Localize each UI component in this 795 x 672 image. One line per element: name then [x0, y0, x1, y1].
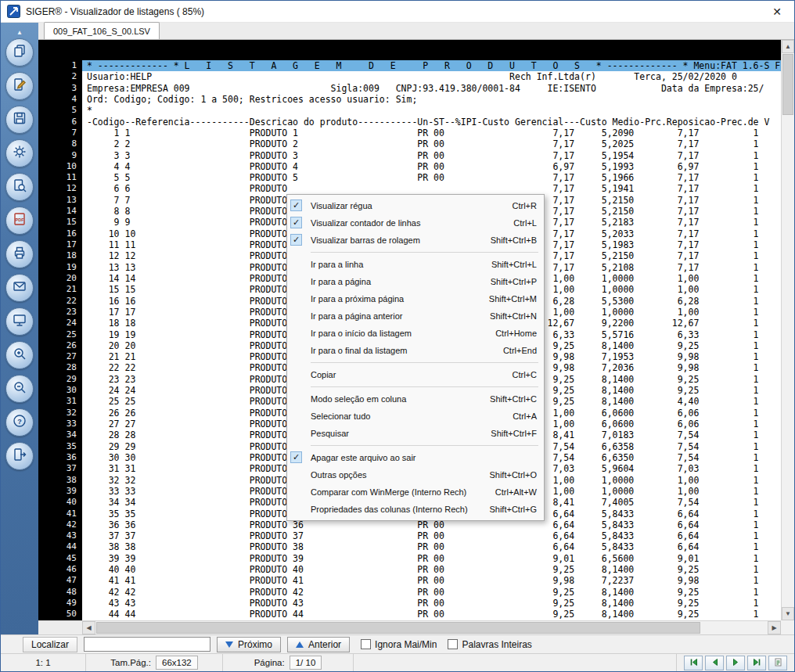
horizontal-scroll-thumb[interactable] — [96, 622, 700, 634]
line-number: 25 — [38, 329, 77, 340]
page-size-segment: Tam.Pág.: 66x132 — [86, 654, 223, 671]
preview-icon — [12, 178, 27, 196]
prev-page-button[interactable] — [705, 656, 724, 670]
menu-item[interactable]: Ir para a páginaShift+Ctrl+P — [287, 273, 544, 290]
find-label: Localizar — [23, 637, 77, 652]
line-number: 45 — [38, 553, 77, 564]
menu-item[interactable]: PesquisarShift+Ctrl+F — [287, 425, 544, 442]
menu-item[interactable]: ✓Visualizar réguaCtrl+R — [287, 197, 544, 214]
menu-item[interactable]: ✓Apagar este arquivo ao sair — [287, 449, 544, 466]
exit-icon — [12, 447, 27, 465]
help-icon: ? — [12, 413, 27, 432]
menu-item-shortcut: Shift+Ctrl+M — [477, 294, 537, 304]
line-number: 2 — [38, 71, 77, 82]
menu-item[interactable]: Modo seleção em colunaShift+Ctrl+C — [287, 390, 544, 408]
find-input[interactable] — [84, 637, 210, 652]
toolbar-scroll-up-icon[interactable]: ▲ — [1, 26, 38, 38]
menu-item[interactable]: Ir para o final da listagemCtrl+End — [287, 342, 544, 359]
print-button[interactable] — [5, 240, 34, 268]
line-number: 17 — [38, 239, 77, 250]
vertical-scroll-thumb[interactable] — [782, 54, 793, 115]
listing-line: 4 4 PRODUTO 4 PR 00 6,97 5,1993 6,97 1 — [87, 161, 781, 172]
exit-button[interactable] — [5, 442, 34, 470]
find-prev-button[interactable]: Anterior — [287, 637, 350, 652]
preview-button[interactable] — [5, 173, 34, 201]
screen-button[interactable] — [5, 307, 34, 336]
listing-line: Ord: Codigo; Codigo: 1 a 500; Restricoes… — [87, 94, 781, 105]
settings-button[interactable] — [5, 139, 34, 167]
find-next-button[interactable]: Próximo — [217, 637, 281, 652]
vertical-scrollbar[interactable]: ▲ ▼ — [781, 40, 794, 620]
line-number: 36 — [38, 452, 77, 463]
check-icon: ✓ — [290, 217, 302, 228]
menu-item[interactable]: Ir para a linhaShift+Ctrl+L — [287, 256, 544, 273]
listing-line: * ------------- * L I S T A G E M D E P … — [82, 60, 781, 71]
copy-icon — [12, 43, 27, 62]
listing-line: 44 44 PRODUTO 44 PR 00 9,25 8,1400 9,25 … — [87, 609, 781, 620]
menu-item-label: Visualizar contador de linhas — [311, 218, 420, 228]
pdf-button[interactable]: PDF — [5, 207, 34, 235]
menu-item[interactable]: Selecionar tudoCtrl+A — [287, 408, 544, 425]
zoom-in-button[interactable] — [5, 341, 34, 369]
goto-page-button[interactable] — [768, 656, 787, 670]
menu-item[interactable]: Ir para a página anteriorShift+Ctrl+N — [287, 307, 544, 325]
scrollbar-corner — [781, 620, 794, 634]
scroll-left-icon[interactable]: ◀ — [82, 621, 95, 634]
menu-item[interactable]: Ir para o início da listagemCtrl+Home — [287, 325, 544, 342]
menu-item[interactable]: CopiarCtrl+C — [287, 366, 544, 383]
line-number: 40 — [38, 497, 77, 508]
svg-text:?: ? — [17, 418, 22, 426]
edit-button[interactable] — [5, 72, 34, 100]
menu-item[interactable]: Ir para a próxima páginaShift+Ctrl+M — [287, 290, 544, 307]
menu-item[interactable]: Propriedades das colunas (Interno Rech)S… — [287, 501, 544, 518]
menu-item[interactable]: Outras opçõesShift+Ctrl+O — [287, 466, 544, 483]
next-page-button[interactable] — [726, 656, 745, 670]
listing-line: 39 39 PRODUTO 39 PR 00 9,01 6,5600 9,01 … — [87, 553, 781, 564]
line-number: 50 — [38, 609, 77, 620]
listing-line: 2 2 PRODUTO 2 PR 00 7,17 5,2025 7,17 1 — [87, 138, 781, 149]
first-page-button[interactable] — [684, 656, 703, 670]
save-button[interactable] — [5, 106, 34, 134]
email-button[interactable] — [5, 274, 34, 302]
menu-item-shortcut: Shift+Ctrl+F — [478, 429, 537, 438]
line-number-gutter: 1234567891011121314151617181920212223242… — [38, 60, 82, 620]
menu-item-shortcut: Ctrl+Alt+W — [483, 487, 537, 497]
ignore-case-checkbox[interactable]: Ignora Mai/Min — [361, 639, 437, 650]
horizontal-scrollbar[interactable]: ◀ ▶ — [82, 620, 781, 634]
scroll-up-icon[interactable]: ▲ — [782, 40, 794, 53]
menu-item-label: Pesquisar — [311, 429, 349, 438]
window-title: SIGER® - Visualizador de listagens ( 85%… — [26, 6, 204, 17]
check-icon: ✓ — [290, 451, 302, 463]
menu-item-shortcut: Shift+Ctrl+N — [477, 311, 537, 321]
line-number: 32 — [38, 408, 77, 419]
line-number: 34 — [38, 429, 77, 440]
listing-line: 38 38 PRODUTO 38 PR 00 6,64 5,8433 6,64 … — [87, 541, 781, 552]
copy-button[interactable] — [5, 38, 34, 66]
page-size-label: Tam.Pág.: — [110, 658, 151, 667]
line-number: 19 — [38, 262, 77, 273]
help-button[interactable]: ? — [5, 408, 34, 437]
menu-item-label: Ir para a linha — [311, 260, 363, 269]
menu-item-shortcut: Shift+Ctrl+G — [477, 505, 537, 514]
last-page-button[interactable] — [747, 656, 766, 670]
close-button[interactable]: ✕ — [760, 1, 794, 22]
menu-item-label: Propriedades das colunas (Interno Rech) — [311, 505, 468, 514]
line-number: 48 — [38, 587, 77, 598]
line-number: 46 — [38, 564, 77, 575]
prev-page-icon — [710, 657, 720, 669]
line-number: 29 — [38, 374, 77, 385]
line-number: 14 — [38, 206, 77, 217]
menu-item-label: Ir para a página — [311, 277, 371, 286]
scroll-right-icon[interactable]: ▶ — [768, 621, 781, 634]
line-number: 21 — [38, 284, 77, 295]
tab-listing-file[interactable]: 009_FAT_106_S_00.LSV — [44, 22, 160, 39]
menu-item[interactable]: Comparar com WinMerge (Interno Rech)Ctrl… — [287, 483, 544, 501]
zoom-out-button[interactable] — [5, 375, 34, 403]
edit-icon — [12, 77, 27, 95]
whole-words-checkbox[interactable]: Palavras Inteiras — [448, 639, 531, 650]
menu-item[interactable]: ✓Visualizar contador de linhasCtrl+L — [287, 214, 544, 232]
menu-item[interactable]: ✓Visualizar barras de rolagemShift+Ctrl+… — [287, 232, 544, 249]
listing-line: 41 41 PRODUTO 41 PR 00 9,98 7,2237 9,98 … — [87, 575, 781, 586]
scroll-down-icon[interactable]: ▼ — [782, 607, 794, 620]
screen-icon — [12, 312, 27, 331]
